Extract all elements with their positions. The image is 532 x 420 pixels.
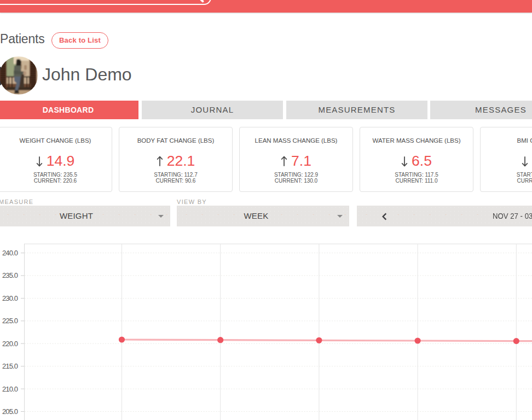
svg-text:215.0: 215.0 [2,362,18,370]
svg-text:205.0: 205.0 [2,407,18,416]
svg-text:230.0: 230.0 [2,294,18,302]
svg-text:235.0: 235.0 [2,271,18,279]
svg-text:240.0: 240.0 [2,249,18,257]
svg-text:210.0: 210.0 [2,385,18,393]
svg-text:225.0: 225.0 [2,317,18,325]
svg-text:220.0: 220.0 [2,340,18,348]
